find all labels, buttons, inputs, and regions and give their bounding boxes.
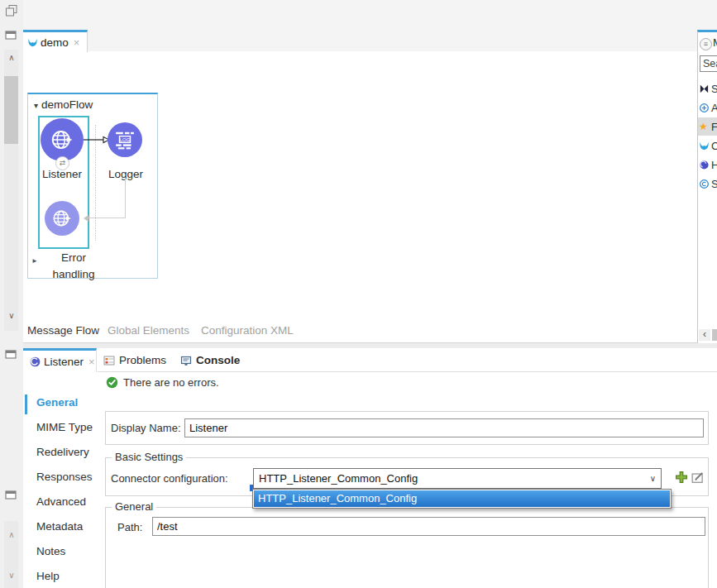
general-legend: General (112, 500, 156, 513)
logger-icon: LOG (114, 129, 136, 151)
path-label: Path: (117, 521, 142, 533)
basic-settings-legend: Basic Settings (112, 451, 186, 463)
status-text: There are no errors. (123, 376, 219, 389)
collapse-triangle-icon[interactable]: ▾ (34, 101, 38, 110)
dropdown-option-selected[interactable]: HTTP_Listener_Common_Config (254, 490, 670, 507)
connector-configuration-dropdown: HTTP_Listener_Common_Config (252, 489, 672, 509)
palette-item-core[interactable]: Co (698, 136, 717, 155)
nav-item-metadata[interactable]: Metadata (36, 520, 83, 533)
edit-config-button[interactable] (691, 471, 705, 484)
validation-status: There are no errors. (106, 376, 219, 389)
error-connector-arrowhead (84, 215, 88, 222)
connector-configuration-label: Connector configuration: (111, 472, 228, 485)
http-icon (699, 160, 710, 170)
display-name-group: Display Name: (105, 411, 709, 445)
left-toolbar-rail: ∧ ∨ ∧ ∨ (0, 0, 24, 588)
scroll-down-icon[interactable]: ∨ (0, 571, 23, 581)
error-handler-node[interactable] (45, 201, 79, 236)
scroll-up-icon[interactable]: ∧ (0, 53, 23, 63)
palette-item-search-exchange[interactable]: Se (698, 79, 717, 98)
properties-panel: Listener × Problems Console There are no… (23, 348, 717, 588)
minimized-view-icon[interactable] (5, 490, 17, 500)
mule-core-icon (699, 141, 710, 151)
svg-text:LOG: LOG (120, 137, 131, 142)
error-connector-vertical (125, 178, 126, 218)
palette-item-favorites[interactable]: ★ Fa (698, 117, 717, 136)
palette-item-sockets[interactable]: So (698, 174, 717, 193)
flow-container-demoflow[interactable]: ▾demoFlow ⇄ Listener (27, 93, 158, 279)
chevron-down-icon[interactable]: ∨ (650, 474, 656, 483)
editor-view-tabs: Message Flow Global Elements Configurati… (23, 321, 697, 342)
nav-item-notes[interactable]: Notes (36, 545, 65, 557)
listener-tab-icon (30, 356, 41, 367)
no-errors-check-icon (106, 376, 118, 389)
nav-item-redelivery[interactable]: Redelivery (36, 446, 89, 458)
add-modules-icon (699, 103, 710, 113)
error-handling-label: Error handling (43, 250, 104, 283)
listener-node[interactable] (41, 118, 84, 161)
mule-file-icon (27, 37, 38, 48)
console-icon (180, 355, 192, 366)
minimized-view-icon[interactable] (5, 30, 17, 41)
logger-node-label: Logger (101, 168, 151, 180)
divider (98, 371, 717, 372)
nav-item-help[interactable]: Help (36, 570, 60, 582)
tab-configuration-xml[interactable]: Configuration XML (201, 324, 294, 337)
properties-nav: General MIME Type Redelivery Responses A… (23, 390, 98, 588)
sockets-icon (699, 179, 710, 189)
tab-message-flow[interactable]: Message Flow (27, 324, 99, 337)
restore-views-icon[interactable] (5, 4, 18, 17)
expand-triangle-icon[interactable]: ► (31, 257, 38, 265)
exchange-icon (699, 84, 710, 94)
scroll-down-icon[interactable]: ∨ (0, 311, 23, 321)
palette-title: M (713, 36, 717, 49)
palette-scroll-left-icon[interactable]: ‹ (699, 329, 710, 341)
favorites-star-icon: ★ (699, 122, 710, 132)
active-nav-indicator (25, 394, 27, 414)
display-name-input[interactable] (184, 418, 704, 437)
connector-configuration-combo[interactable]: HTTP_Listener_Common_Config ∨ (253, 468, 662, 489)
editor-tab-demo[interactable]: demo × (23, 30, 88, 52)
mule-palette-panel: ≡ M Se Ad ★ Fa Co HT So ‹ (697, 30, 717, 343)
scroll-up-icon[interactable]: ∧ (0, 530, 23, 540)
path-input[interactable] (152, 517, 705, 536)
nav-item-general[interactable]: General (36, 396, 78, 409)
tab-global-elements[interactable]: Global Elements (108, 324, 189, 337)
view-menu-icon[interactable]: ≡ (700, 38, 712, 50)
general-group: General Path: (105, 507, 709, 588)
anypoint-studio-window: ∧ ∨ ∧ ∨ demo × ▾demoFlow (0, 0, 717, 588)
properties-tab-console[interactable]: Console (180, 348, 240, 372)
message-flow-canvas[interactable]: ▾demoFlow ⇄ Listener (23, 51, 697, 321)
editor-tab-label: demo (41, 36, 69, 49)
properties-tab-problems[interactable]: Problems (103, 348, 166, 372)
palette-scrollbar-thumb[interactable] (712, 329, 717, 341)
listener-node-label: Listener (29, 168, 95, 180)
globe-icon (51, 208, 73, 229)
nav-item-responses[interactable]: Responses (36, 471, 93, 483)
display-name-label: Display Name: (111, 422, 181, 434)
close-icon[interactable]: × (74, 36, 80, 49)
palette-item-add-modules[interactable]: Ad (698, 98, 717, 117)
nav-item-advanced[interactable]: Advanced (36, 495, 86, 508)
nav-item-mime-type[interactable]: MIME Type (36, 421, 93, 433)
editor-tab-band (23, 0, 717, 52)
logger-node[interactable]: LOG (108, 122, 142, 157)
properties-tab-listener[interactable]: Listener × (23, 348, 97, 372)
palette-item-http[interactable]: HT (698, 155, 717, 174)
error-connector-horizontal (88, 218, 126, 218)
left-scrollbar-thumb[interactable] (4, 76, 18, 144)
palette-search-input[interactable] (700, 55, 717, 72)
flow-arrow-icon (84, 135, 110, 145)
minimized-view-icon[interactable] (5, 349, 17, 360)
close-icon[interactable]: × (88, 356, 95, 368)
flow-title: ▾demoFlow (34, 98, 93, 111)
problems-icon (103, 355, 115, 366)
globe-icon (50, 127, 74, 152)
add-config-button[interactable] (675, 471, 688, 484)
